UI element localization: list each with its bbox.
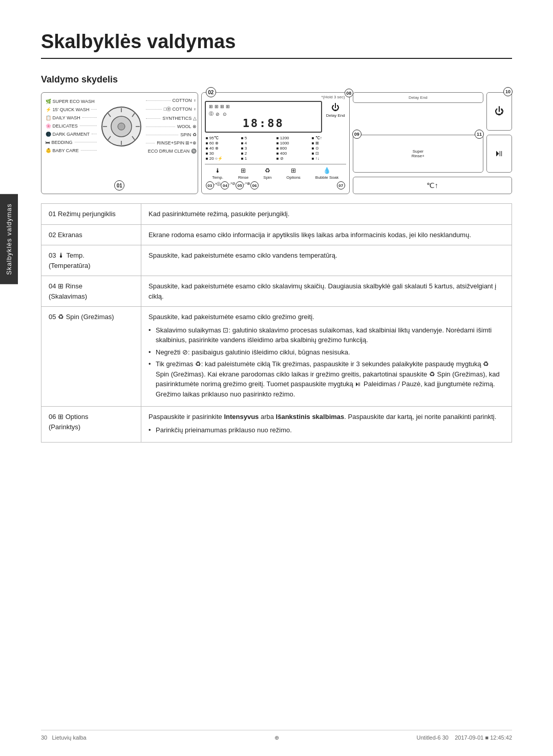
play-pause-button[interactable]: ⏯ [486, 135, 512, 173]
spin-icon3: ■ ⊙ [312, 146, 345, 151]
spin-icon6: ■ ↑↓ [312, 156, 345, 161]
bullet-05-3: Tik grežimas ♻: kad paleistumėte ciklą T… [148, 359, 504, 399]
prog-dark: 🌑 DARK GARMENT [46, 132, 99, 137]
options-button[interactable]: ⊞ Options [286, 167, 301, 180]
bullets-05: Skalavimo sulaikymas ⊡: galutinio skalav… [148, 325, 504, 400]
prog-daily: 📋 DAILY WASH [46, 115, 99, 120]
desc-06: Paspauskite ir pasirinkite Intensyvus ar… [141, 407, 512, 443]
badge-02: 02 [206, 87, 216, 97]
table-row-05: 05 ♻ Spin (Grežimas) Spauskite, kad pake… [41, 307, 512, 407]
program-dial[interactable] [100, 106, 142, 148]
spin-60: ■ 60 ⊗ [206, 141, 239, 145]
spin-2: ■ 2 [241, 151, 274, 156]
table-row-01: 01 Režimų perjungiklis Kad pasirinktumėt… [41, 204, 512, 225]
footer-bottom-mark: ⊕ [274, 734, 279, 741]
badge-09: 09 [352, 130, 361, 139]
label-01: 01 Režimų perjungiklis [41, 204, 141, 225]
temp-button[interactable]: 🌡 Temp. [212, 167, 223, 180]
label-04: 04 ⊞ Rinse(Skalavimas) [41, 276, 141, 307]
super-rinse-button[interactable]: Super Rinse+ 09 11 [353, 135, 483, 173]
badge-05: 05 [236, 181, 244, 190]
badge-08: 08 [345, 89, 353, 97]
spin-4: ■ 4 [241, 141, 274, 145]
page-title: Skalbyklės valdymas [41, 31, 512, 59]
desc-02: Ekrane rodoma esamo ciklo informacija ir… [141, 224, 512, 245]
prog-quick: ⚡ 15' QUICK WASH [46, 107, 99, 112]
spin-icon5: ■ ⊘ [276, 156, 310, 161]
footer: 30 Lietuvių kalba ⊕ Untitled-6 30 2017-0… [41, 730, 512, 741]
display-time: 18:88 [209, 117, 318, 130]
spin-1: ■ 1 [241, 156, 274, 161]
prog-rinse-spin: RINSE+SPIN ⊞+⊕ [144, 140, 197, 145]
spin-icon4: ■ ⊡ [312, 151, 345, 156]
features-table: 01 Režimų perjungiklis Kad pasirinktumėt… [41, 203, 512, 443]
delay-end-panel: Delay End [353, 92, 483, 103]
table-row-06: 06 ⊞ Options(Parinktys) Paspauskite ir p… [41, 407, 512, 443]
prog-spin: SPIN ♻ [144, 132, 197, 137]
bubble-soak-button[interactable]: 💧 Bubble Soak [315, 167, 338, 180]
label-02: 02 Ekranas [41, 224, 141, 245]
label-06: 06 ⊞ Options(Parinktys) [41, 407, 141, 443]
desc-04: Spauskite, kad pakeistumėte esamo ciklo … [141, 276, 512, 307]
prog-synthetics: SYNTHETICS △ [144, 116, 197, 121]
prog-super-eco: 🌿 SUPER ECO WASH [46, 99, 99, 104]
bottom-right-area: ℃↑ [353, 177, 512, 194]
bullet-05-1: Skalavimo sulaikymas ⊡: galutinio skalav… [148, 325, 504, 345]
svg-point-2 [118, 123, 125, 130]
section-heading: Valdymo skydelis [41, 74, 512, 85]
prog-delicates: 🌸 DELICATES [46, 123, 99, 129]
spin-95: ■ 95℃ [206, 136, 239, 140]
bullets-06: Parinkčių prieinamumas priklauso nuo rež… [148, 425, 504, 435]
spin-1200: ■ 1200 [276, 136, 310, 140]
badge-01: 01 [114, 180, 124, 191]
delay-end-area: ⏻ Delay End 08 [325, 101, 346, 120]
badge-04: 04 [221, 181, 229, 190]
table-row-04: 04 ⊞ Rinse(Skalavimas) Spauskite, kad pa… [41, 276, 512, 307]
spin-icon1: ■ ℃↑ [312, 136, 345, 140]
footer-right: Untitled-6 30 2017-09-01 ■ 12:45:42 [417, 734, 512, 741]
label-05: 05 ♻ Spin (Grežimas) [41, 307, 141, 407]
prog-bedding: 🛏 BEDDING [46, 140, 99, 145]
power-button[interactable]: ⏻ 10 [486, 92, 512, 131]
prog-wool: WOOL ⊗ [144, 124, 197, 129]
spin-800: ■ 800 [276, 146, 310, 151]
desc-05: Spauskite, kad pakeistumėte esamo ciklo … [141, 307, 512, 407]
spin-40: ■ 40 ⊗ [206, 146, 239, 151]
table-row-02: 02 Ekranas Ekrane rodoma esamo ciklo inf… [41, 224, 512, 245]
spin-3: ■ 3 [241, 146, 274, 151]
bullet-06-1: Parinkčių prieinamumas priklauso nuo rež… [148, 425, 504, 435]
badge-03: 03 [206, 181, 214, 190]
spin-20: ■ 20 ○⚡ [206, 156, 239, 161]
table-row-03: 03 🌡 Temp.(Temperatūra) Spauskite, kad p… [41, 245, 512, 276]
badge-07: 07 [337, 181, 345, 190]
label-03: 03 🌡 Temp.(Temperatūra) [41, 245, 141, 276]
bullet-05-2: Negrežti ⊘: pasibaigus galutinio išleidi… [148, 347, 504, 358]
desc-01: Kad pasirinktumėte režimą, pasukite perj… [141, 204, 512, 225]
prog-cotton2: □ⓔ COTTON ♀ [144, 106, 197, 113]
spin-button[interactable]: ♻ Spin [263, 167, 271, 180]
rinse-button[interactable]: ⊞ Rinse [238, 167, 248, 180]
spin-5: ■ 5 [241, 136, 274, 140]
right-control-panel: Delay End ⏻ 10 Super Rinse+ 09 [353, 92, 512, 194]
play-pause-icon: ⏯ [495, 148, 504, 159]
display-panel: *(Hold 3 sec) 02 ⊞⊞⊞⊞ ⓪ ⊘ ⊙ 18:88 [201, 92, 350, 194]
control-panel-diagram: 🌿 SUPER ECO WASH ⚡ 15' QUICK WASH 📋 DAIL… [41, 92, 512, 194]
power-icon: ⏻ [495, 106, 504, 117]
prog-eco: ECO DRUM CLEAN 🔘 [144, 149, 197, 154]
badge-11: 11 [475, 130, 484, 139]
bottom-right-icon: ℃↑ [427, 181, 438, 190]
badge-06: 06 [250, 181, 259, 190]
prog-baby: 👶 BABY CARE [46, 148, 99, 153]
spin-30: ■ 30 [206, 151, 239, 156]
spin-icon2: ■ ⊠ [312, 141, 345, 145]
spin-400: ■ 400 [276, 151, 310, 156]
badge-10: 10 [503, 87, 513, 96]
desc-03: Spauskite, kad pakeistumėte esamo ciklo … [141, 245, 512, 276]
footer-left: 30 Lietuvių kalba [41, 734, 87, 741]
prog-cotton: COTTON ♀ [144, 98, 197, 103]
hold-note: *(Hold 3 sec) [321, 95, 345, 99]
spin-1000: ■ 1000 [276, 141, 310, 145]
side-tab: Skalbyklės valdymas [0, 194, 18, 284]
program-dial-panel: 🌿 SUPER ECO WASH ⚡ 15' QUICK WASH 📋 DAIL… [41, 92, 198, 194]
